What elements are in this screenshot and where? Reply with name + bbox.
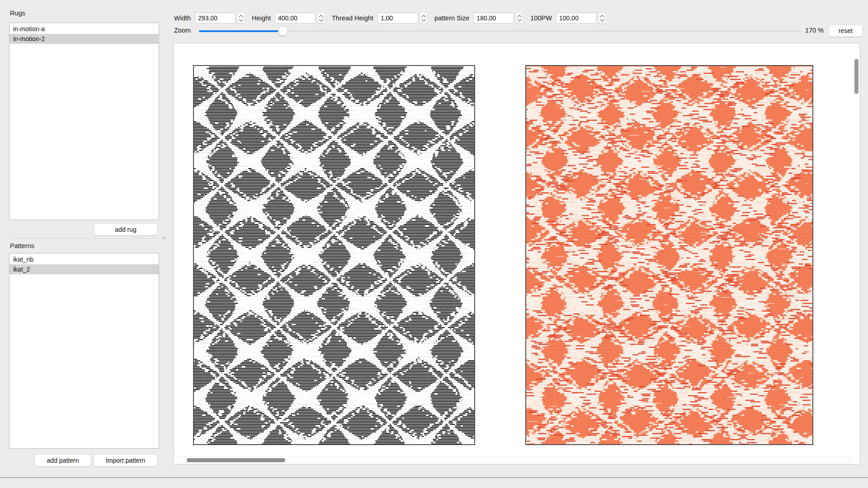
sidebar-divider (9, 238, 159, 239)
rug-preview-orange[interactable] (525, 65, 813, 445)
add-pattern-button[interactable]: add pattern (35, 455, 91, 466)
patterns-list[interactable]: ikat_nbikat_2 (9, 253, 159, 449)
rug-item-in-motion-2[interactable]: in-motion-2 (9, 34, 159, 44)
reset-button[interactable]: reset (829, 25, 863, 37)
zoom-slider-thumb[interactable] (278, 26, 288, 36)
pattern-item-ikat_2[interactable]: ikat_2 (9, 264, 159, 274)
patterns-label: Patterns (10, 242, 34, 249)
stepper-down-icon[interactable] (421, 17, 425, 21)
zoom-label: Zoom (174, 27, 191, 34)
thread-height-label: Thread Height (332, 14, 373, 22)
100pw-stepper[interactable] (599, 13, 606, 23)
horizontal-scrollbar-thumb[interactable] (187, 458, 285, 462)
vertical-scrollbar-thumb[interactable] (854, 59, 859, 94)
height-input[interactable] (275, 13, 316, 23)
pattern-size-label: pattern Size (434, 14, 469, 22)
zoom-slider-fill (199, 30, 283, 32)
stepper-down-icon[interactable] (600, 17, 604, 21)
vertical-scrollbar[interactable] (854, 43, 859, 456)
thread-height-stepper[interactable] (420, 13, 427, 23)
stepper-down-icon[interactable] (239, 17, 243, 21)
rugs-label: Rugs (10, 9, 25, 17)
horizontal-scrollbar[interactable] (174, 456, 854, 464)
rug-preview-black-white[interactable] (193, 65, 475, 445)
thread-height-input[interactable] (377, 13, 418, 23)
stepper-down-icon[interactable] (319, 17, 323, 21)
zoom-row: Zoom 170 % reset (174, 24, 863, 37)
zoom-slider-track[interactable] (199, 30, 801, 32)
pattern-size-input[interactable] (473, 13, 514, 23)
100pw-input[interactable] (556, 13, 597, 23)
height-stepper[interactable] (317, 13, 325, 23)
width-label: Width (174, 14, 191, 22)
import-pattern-button[interactable]: Import pattern (94, 455, 157, 466)
toolbar-fields-row: WidthHeightThread Heightpattern Size100P… (174, 12, 613, 24)
zoom-value: 170 % (792, 27, 824, 34)
zoom-slider[interactable] (199, 24, 801, 37)
width-input[interactable] (195, 13, 236, 23)
rug-item-in-motion-a[interactable]: in-motion-a (9, 24, 159, 34)
splitter-handle[interactable] (163, 236, 166, 239)
pattern-item-ikat_nb[interactable]: ikat_nb (9, 254, 159, 264)
add-rug-button[interactable]: add rug (94, 224, 157, 235)
width-stepper[interactable] (237, 13, 245, 23)
design-canvas (173, 43, 860, 465)
pattern-size-stepper[interactable] (516, 13, 523, 23)
height-label: Height (252, 14, 271, 22)
rugs-list[interactable]: in-motion-ain-motion-2 (9, 23, 159, 220)
window-bottom-divider (0, 477, 868, 478)
100pw-label: 100PW (530, 14, 552, 22)
